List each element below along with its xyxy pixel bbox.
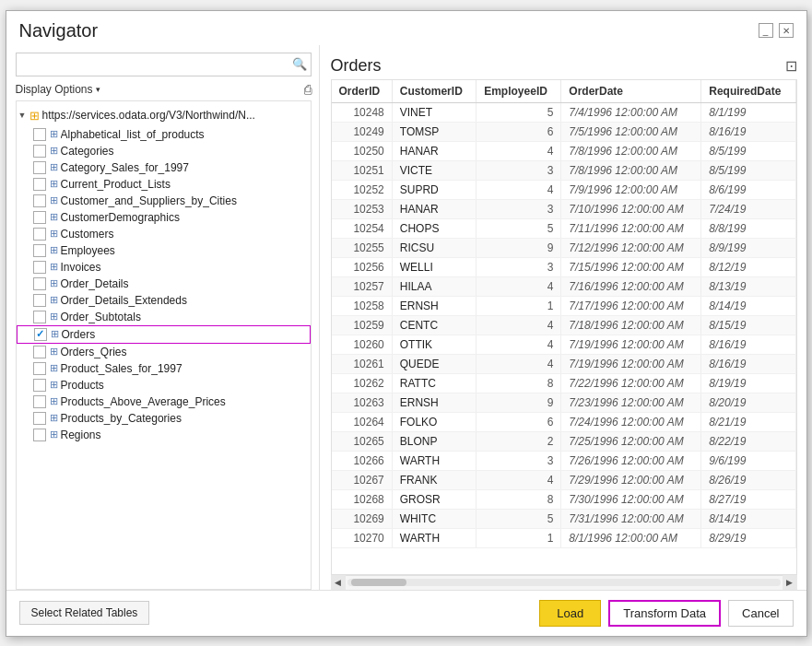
tree-item-checkbox[interactable] [33,244,46,257]
select-related-tables-button[interactable]: Select Related Tables [19,601,150,625]
tree-item[interactable]: ⊞Product_Sales_for_1997 [17,360,311,377]
cell-orderdate: 7/26/1996 12:00:00 AM [561,451,701,470]
tree-item[interactable]: ⊞Orders_Qries [17,344,311,360]
tree-item[interactable]: ⊞Products_by_Categories [17,410,311,427]
table-icon: ⊞ [50,178,58,190]
cell-employeeid: 3 [477,199,561,218]
navigator-dialog: Navigator _ ✕ 🔍 Display Options ▾ ⎙ [6,10,807,637]
cell-orderid: 10264 [332,412,393,431]
tree-item-checkbox[interactable] [33,294,46,307]
table-row: 10255RICSU97/12/1996 12:00:00 AM8/9/199 [332,238,796,257]
tree-item[interactable]: ⊞Invoices [17,259,311,276]
tree-item[interactable]: ⊞Categories [17,143,311,159]
table-row: 10253HANAR37/10/1996 12:00:00 AM7/24/19 [332,199,796,218]
tree-item[interactable]: ⊞Order_Details [17,276,311,292]
tree-item[interactable]: ⊞Alphabetical_list_of_products [17,126,311,143]
tree-item-checkbox[interactable] [33,194,46,207]
tree-item-checkbox[interactable] [33,412,46,425]
preview-title: Orders [331,56,382,76]
tree-item[interactable]: ⊞Orders [17,325,311,344]
cell-orderid: 10248 [332,102,393,122]
export-icon[interactable]: ⊡ [785,57,797,75]
cell-orderdate: 7/8/1996 12:00:00 AM [561,160,701,180]
display-options-button[interactable]: Display Options ▾ [16,83,100,96]
tree-item-label: Employees [61,244,115,257]
tree-item-checkbox[interactable] [33,346,46,358]
tree-item-checkbox[interactable] [33,311,46,323]
tree-item[interactable]: ⊞Products_Above_Average_Prices [17,393,311,410]
table-row: 10251VICTE37/8/1996 12:00:00 AM8/5/199 [332,160,796,180]
tree-item-checkbox[interactable] [33,211,46,224]
close-button[interactable]: ✕ [779,23,794,38]
cell-requireddate: 9/6/199 [701,451,795,470]
cancel-button[interactable]: Cancel [728,600,793,627]
scroll-left-button[interactable]: ◀ [331,575,346,590]
table-row: 10263ERNSH97/23/1996 12:00:00 AM8/20/19 [332,393,796,412]
cell-requireddate: 8/12/19 [701,257,795,276]
tree-item-checkbox[interactable] [33,161,46,174]
table-icon: ⊞ [50,161,58,173]
cell-employeeid: 6 [477,412,561,431]
cell-employeeid: 4 [477,141,561,160]
root-node[interactable]: ▼ ⊞ https://services.odata.org/V3/Northw… [17,105,311,126]
minimize-button[interactable]: _ [759,23,773,38]
cell-customerid: ERNSH [392,296,476,315]
cell-orderdate: 7/11/1996 12:00:00 AM [561,218,701,238]
tree-item[interactable]: ⊞Regions [17,427,311,443]
scroll-right-button[interactable]: ▶ [783,575,797,590]
search-input[interactable] [20,58,292,71]
tree-item-checkbox[interactable] [33,261,46,274]
cell-orderdate: 7/31/1996 12:00:00 AM [561,509,701,528]
scroll-track[interactable] [347,579,781,586]
tree-item[interactable]: ⊞Customer_and_Suppliers_by_Cities [17,193,311,209]
display-options-bar: Display Options ▾ ⎙ [16,80,312,100]
cell-requireddate: 8/8/199 [701,218,795,238]
refresh-icon[interactable]: ⎙ [304,82,312,97]
tree-item-checkbox[interactable] [33,145,46,158]
table-row: 10266WARTH37/26/1996 12:00:00 AM9/6/199 [332,451,796,470]
table-row: 10249TOMSP67/5/1996 12:00:00 AM8/16/19 [332,122,796,141]
tree-item-checkbox[interactable] [34,328,47,341]
tree-item-label: Products_Above_Average_Prices [61,395,226,408]
tree-item[interactable]: ⊞Order_Details_Extendeds [17,292,311,309]
cell-orderid: 10255 [332,238,393,257]
cell-orderid: 10270 [332,528,393,547]
load-button[interactable]: Load [539,600,601,627]
cell-requireddate: 8/1/199 [701,102,795,122]
cell-employeeid: 2 [477,431,561,451]
tree-item[interactable]: ⊞Order_Subtotals [17,309,311,325]
expand-icon: ▼ [18,111,28,120]
cell-requireddate: 8/29/19 [701,528,795,547]
tree-item-checkbox[interactable] [33,128,46,141]
tree-item-checkbox[interactable] [33,228,46,241]
table-row: 10254CHOPS57/11/1996 12:00:00 AM8/8/199 [332,218,796,238]
cell-customerid: VINET [392,102,476,122]
column-header-orderid: OrderID [332,80,393,103]
tree-item-checkbox[interactable] [33,178,46,191]
cell-customerid: WELLI [392,257,476,276]
tree-item-label: Customer_and_Suppliers_by_Cities [61,194,237,207]
cell-employeeid: 9 [477,238,561,257]
tree-item[interactable]: ⊞Customers [17,226,311,242]
tree-item-checkbox[interactable] [33,362,46,375]
table-icon: ⊞ [50,128,58,140]
tree-item[interactable]: ⊞CustomerDemographics [17,209,311,226]
tree-item-checkbox[interactable] [33,379,46,392]
tree-item-checkbox[interactable] [33,277,46,290]
tree-item-label: Orders [62,328,96,341]
transform-data-button[interactable]: Transform Data [608,600,721,627]
tree-item[interactable]: ⊞Employees [17,242,311,259]
table-icon: ⊞ [50,362,58,374]
search-box[interactable]: 🔍 [16,53,312,76]
tree-item[interactable]: ⊞Category_Sales_for_1997 [17,159,311,176]
tree-item-checkbox[interactable] [33,429,46,441]
scroll-thumb[interactable] [351,579,406,586]
cell-requireddate: 8/14/19 [701,296,795,315]
horizontal-scrollbar[interactable]: ◀ ▶ [331,575,797,590]
cell-customerid: HANAR [392,141,476,160]
cell-orderid: 10257 [332,276,393,296]
tree-item[interactable]: ⊞Current_Product_Lists [17,176,311,193]
tree-item[interactable]: ⊞Products [17,377,311,393]
cell-requireddate: 8/20/19 [701,393,795,412]
tree-item-checkbox[interactable] [33,395,46,408]
